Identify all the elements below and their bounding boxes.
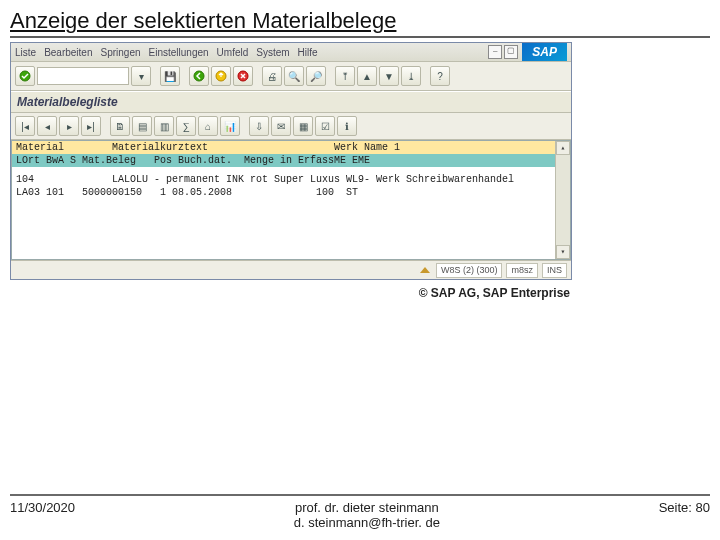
main-toolbar: ▾ 💾 🖨 🔍 🔎 ⤒ ▲ ▼ ⤓ ? [11,62,571,91]
sap-window: Liste Bearbeiten Springen Einstellungen … [10,42,572,280]
chart-icon[interactable]: 📊 [220,116,240,136]
window-min-icon[interactable]: – [488,45,502,59]
detail-icon[interactable]: 🗎 [110,116,130,136]
help-icon[interactable]: ? [430,66,450,86]
menubar: Liste Bearbeiten Springen Einstellungen … [11,43,571,62]
sort-asc-icon[interactable]: ▤ [132,116,152,136]
status-bar: W8S (2) (300) m8sz INS [11,260,571,279]
status-triangle-icon [420,267,430,273]
nav-prev-icon[interactable]: ◂ [37,116,57,136]
status-server: m8sz [506,263,538,278]
vertical-scrollbar[interactable]: ▴ ▾ [555,141,570,259]
save-icon[interactable]: 💾 [160,66,180,86]
sort-desc-icon[interactable]: ▥ [154,116,174,136]
menu-einstellungen[interactable]: Einstellungen [149,47,209,58]
next-page-icon[interactable]: ▼ [379,66,399,86]
status-mode: INS [542,263,567,278]
data-row-2[interactable]: LA03 101 5000000150 1 08.05.2008 100 ST [12,186,570,199]
enter-button[interactable] [15,66,35,86]
scroll-down-icon[interactable]: ▾ [556,245,570,259]
menu-springen[interactable]: Springen [101,47,141,58]
list-area: Material Materialkurztext Werk Name 1 LO… [11,140,571,260]
svg-point-1 [194,71,204,81]
scroll-up-icon[interactable]: ▴ [556,141,570,155]
menu-system[interactable]: System [256,47,289,58]
menu-bearbeiten[interactable]: Bearbeiten [44,47,92,58]
data-row-1[interactable]: 104 LALOLU - permanent INK rot Super Lux… [12,173,570,186]
nav-next-icon[interactable]: ▸ [59,116,79,136]
col-header-2: LOrt BwA S Mat.Beleg Pos Buch.dat. Menge… [12,154,570,167]
find-icon[interactable]: 🔍 [284,66,304,86]
command-field[interactable] [37,67,129,85]
filter-icon[interactable]: ∑ [176,116,196,136]
export-icon[interactable]: ⇩ [249,116,269,136]
select-icon[interactable]: ☑ [315,116,335,136]
footer-date: 11/30/2020 [10,500,75,515]
footer-email: d. steinmann@fh-trier. de [75,515,659,530]
slide-footer: 11/30/2020 prof. dr. dieter steinmann d.… [10,494,710,530]
info-icon[interactable]: ℹ [337,116,357,136]
cancel-icon[interactable] [233,66,253,86]
window-max-icon[interactable]: ▢ [504,45,518,59]
footer-page: Seite: 80 [659,500,710,515]
mail-icon[interactable]: ✉ [271,116,291,136]
back-icon[interactable] [189,66,209,86]
last-page-icon[interactable]: ⤓ [401,66,421,86]
prev-page-icon[interactable]: ▲ [357,66,377,86]
print-icon[interactable]: 🖨 [262,66,282,86]
nav-first-icon[interactable]: |◂ [15,116,35,136]
total-icon[interactable]: ⌂ [198,116,218,136]
menu-liste[interactable]: Liste [15,47,36,58]
copyright-caption: © SAP AG, SAP Enterprise [10,286,570,300]
exit-icon[interactable] [211,66,231,86]
sap-logo: SAP [522,43,567,61]
footer-author: prof. dr. dieter steinmann [75,500,659,515]
screen-title: Materialbelegliste [11,91,571,113]
slide-title: Anzeige der selektierten Materialbelege [10,8,710,38]
dropdown-icon[interactable]: ▾ [131,66,151,86]
status-system: W8S (2) (300) [436,263,503,278]
layout-icon[interactable]: ▦ [293,116,313,136]
menu-umfeld[interactable]: Umfeld [217,47,249,58]
col-header-1: Material Materialkurztext Werk Name 1 [12,141,570,154]
nav-last-icon[interactable]: ▸| [81,116,101,136]
menu-hilfe[interactable]: Hilfe [298,47,318,58]
first-page-icon[interactable]: ⤒ [335,66,355,86]
app-toolbar: |◂ ◂ ▸ ▸| 🗎 ▤ ▥ ∑ ⌂ 📊 ⇩ ✉ ▦ ☑ ℹ [11,113,571,140]
find-next-icon[interactable]: 🔎 [306,66,326,86]
